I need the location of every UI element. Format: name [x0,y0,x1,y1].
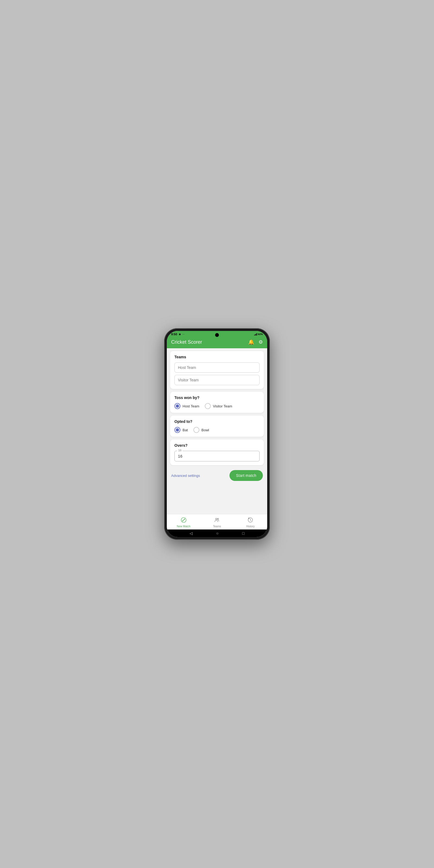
bottom-nav: New Match Teams [167,514,267,529]
opted-radio-group: Bat Bowl [175,427,259,433]
network-icon: ◉ [179,333,181,336]
toss-card-title: Toss won by? [175,396,259,400]
new-match-icon [181,517,187,524]
opted-bat-option[interactable]: Bat [175,427,188,433]
battery-label: 62% [258,333,263,336]
android-recents-btn[interactable]: □ [242,531,244,535]
teams-card: Teams [170,351,264,389]
toss-host-option[interactable]: Host Team [175,403,199,409]
status-time: 9:50 [171,333,177,336]
start-match-button[interactable]: Start match [229,470,263,481]
teams-card-title: Teams [175,355,259,359]
status-left: 9:50 ◉ ··· [171,333,185,336]
settings-icon[interactable]: ⚙ [258,339,263,345]
dots-icon: ··· [183,333,185,336]
svg-point-5 [217,518,219,520]
app-title: Cricket Scorer [171,339,202,345]
nav-label-new-match: New Match [177,525,190,528]
opted-card-title: Opted to? [175,420,259,424]
camera-notch [215,333,219,337]
opted-bat-radio[interactable] [175,427,180,433]
opted-card: Opted to? Bat Bowl [170,415,264,437]
overs-float-label: 16 [177,448,183,452]
nav-label-history: History [246,525,255,528]
opted-bowl-label: Bowl [202,428,209,432]
toss-host-label: Host Team [183,404,199,408]
android-back-btn[interactable]: ◁ [190,531,193,535]
status-right: 62% [254,333,263,336]
nav-item-history[interactable]: History [234,516,267,529]
phone-frame: 9:50 ◉ ··· 62% [164,328,270,540]
toss-visitor-radio[interactable] [205,403,211,409]
nav-label-teams: Teams [213,525,221,528]
host-team-input[interactable] [175,362,259,373]
toss-radio-group: Host Team Visitor Team [175,403,259,409]
opted-bowl-option[interactable]: Bowl [193,427,209,433]
bottom-actions: Advanced settings Start match [170,468,264,483]
history-icon [247,517,253,524]
toss-visitor-label: Visitor Team [213,404,232,408]
notification-icon[interactable]: 🔔 [248,339,254,345]
app-header: Cricket Scorer 🔔 ⚙ [167,337,267,348]
nav-item-new-match[interactable]: New Match [167,516,200,529]
header-icons: 🔔 ⚙ [248,339,263,345]
svg-point-4 [215,518,217,520]
svg-point-3 [184,519,185,520]
visitor-team-input[interactable] [175,375,259,385]
android-nav: ◁ ○ □ [167,529,267,537]
main-content: Teams Toss won by? Host Team Visitor Tea… [167,348,267,514]
overs-wrapper: 16 [175,451,259,461]
svg-point-2 [182,520,183,521]
overs-card-title: Overs? [175,443,259,447]
signal-icon [254,333,257,336]
toss-host-radio[interactable] [175,403,180,409]
overs-input[interactable] [175,451,259,461]
android-home-btn[interactable]: ○ [216,531,218,535]
advanced-settings-link[interactable]: Advanced settings [171,474,200,478]
opted-bat-label: Bat [183,428,188,432]
toss-card: Toss won by? Host Team Visitor Team [170,392,264,413]
spacer [170,486,264,497]
phone-screen: 9:50 ◉ ··· 62% [167,331,267,537]
toss-visitor-option[interactable]: Visitor Team [205,403,232,409]
teams-icon [214,517,220,524]
overs-card: Overs? 16 [170,439,264,465]
opted-bowl-radio[interactable] [193,427,199,433]
nav-item-teams[interactable]: Teams [200,516,234,529]
